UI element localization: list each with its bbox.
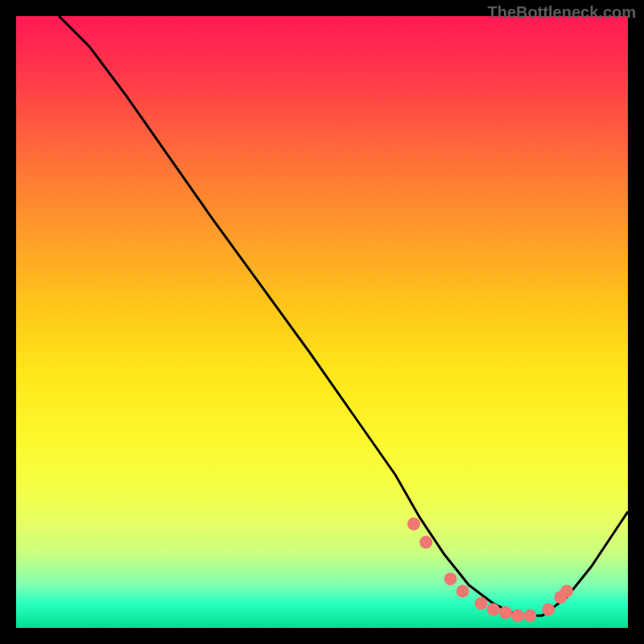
marker-dot [560, 584, 573, 597]
marker-dot [475, 597, 488, 610]
marker-dot [456, 584, 469, 597]
plot-area [16, 16, 628, 628]
chart-frame: TheBottleneck.com [0, 0, 644, 644]
marker-dot [487, 603, 500, 616]
marker-dot [499, 606, 512, 619]
marker-dot [511, 609, 524, 622]
watermark-text: TheBottleneck.com [488, 3, 636, 22]
marker-dot [407, 518, 420, 530]
marker-dot [444, 572, 457, 585]
marker-dots-group [407, 518, 573, 622]
chart-svg [16, 16, 628, 628]
marker-dot [542, 603, 555, 616]
marker-dot [419, 536, 432, 549]
bottleneck-curve [59, 16, 628, 616]
marker-dot [523, 609, 536, 622]
